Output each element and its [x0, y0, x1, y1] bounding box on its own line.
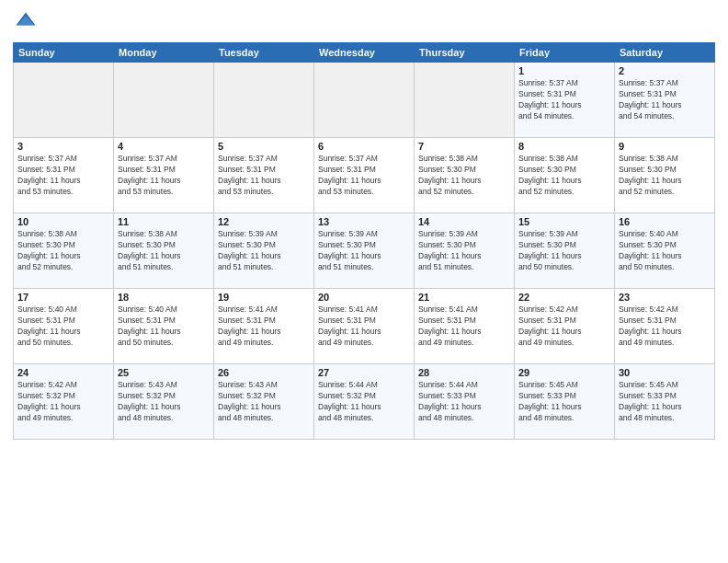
weekday-header: Tuesday — [214, 43, 314, 63]
day-info: and 48 minutes. — [518, 413, 610, 424]
day-info: and 48 minutes. — [418, 413, 510, 424]
day-info: Daylight: 11 hours — [118, 402, 210, 413]
calendar-cell — [14, 63, 114, 138]
day-number: 30 — [619, 367, 711, 378]
day-number: 3 — [17, 141, 109, 152]
day-info: Sunrise: 5:45 AM — [619, 380, 711, 391]
day-number: 23 — [619, 292, 711, 303]
day-info: Daylight: 11 hours — [619, 100, 711, 111]
day-info: Sunset: 5:30 PM — [318, 240, 410, 251]
day-info: Daylight: 11 hours — [518, 176, 610, 187]
day-info: and 51 minutes. — [118, 262, 210, 273]
day-info: Sunset: 5:31 PM — [318, 165, 410, 176]
day-info: Sunset: 5:33 PM — [518, 391, 610, 402]
day-info: and 52 minutes. — [518, 187, 610, 198]
day-info: and 48 minutes. — [619, 413, 711, 424]
calendar-cell: 8Sunrise: 5:38 AMSunset: 5:30 PMDaylight… — [515, 138, 615, 213]
day-number: 11 — [118, 216, 210, 227]
day-number: 15 — [518, 216, 610, 227]
day-info: and 49 minutes. — [218, 338, 310, 349]
day-info: and 49 minutes. — [619, 338, 711, 349]
day-info: Sunrise: 5:42 AM — [518, 304, 610, 316]
day-info: Sunrise: 5:37 AM — [218, 154, 310, 165]
day-info: Sunrise: 5:38 AM — [118, 229, 210, 240]
day-info: Daylight: 11 hours — [118, 327, 210, 338]
day-number: 20 — [318, 292, 410, 303]
day-info: Sunrise: 5:38 AM — [518, 154, 610, 165]
day-number: 25 — [118, 367, 210, 378]
day-info: and 52 minutes. — [17, 262, 109, 273]
day-number: 26 — [218, 367, 310, 378]
day-number: 29 — [518, 367, 610, 378]
day-info: Sunrise: 5:38 AM — [17, 229, 109, 240]
calendar-cell: 7Sunrise: 5:38 AMSunset: 5:30 PMDaylight… — [415, 138, 515, 213]
calendar-cell: 16Sunrise: 5:40 AMSunset: 5:30 PMDayligh… — [615, 213, 715, 289]
day-info: Daylight: 11 hours — [619, 176, 711, 187]
day-info: Daylight: 11 hours — [318, 402, 410, 413]
day-info: Sunrise: 5:38 AM — [418, 154, 510, 165]
day-info: Sunrise: 5:41 AM — [218, 304, 310, 316]
day-number: 10 — [17, 216, 109, 227]
day-number: 5 — [218, 141, 310, 152]
day-info: Daylight: 11 hours — [418, 402, 510, 413]
calendar-cell: 4Sunrise: 5:37 AMSunset: 5:31 PMDaylight… — [114, 138, 214, 213]
calendar-cell: 15Sunrise: 5:39 AMSunset: 5:30 PMDayligh… — [515, 213, 615, 289]
day-info: Sunrise: 5:37 AM — [518, 78, 610, 89]
day-info: and 50 minutes. — [118, 338, 210, 349]
day-info: Sunset: 5:30 PM — [418, 165, 510, 176]
day-info: Daylight: 11 hours — [518, 327, 610, 338]
day-info: Sunrise: 5:37 AM — [118, 154, 210, 165]
day-info: Sunset: 5:30 PM — [518, 240, 610, 251]
day-info: and 49 minutes. — [518, 338, 610, 349]
day-info: and 51 minutes. — [318, 262, 410, 273]
day-info: and 48 minutes. — [118, 413, 210, 424]
day-info: Daylight: 11 hours — [418, 176, 510, 187]
day-number: 12 — [218, 216, 310, 227]
day-info: and 53 minutes. — [218, 187, 310, 198]
day-info: Daylight: 11 hours — [318, 251, 410, 262]
day-number: 28 — [418, 367, 510, 378]
calendar-cell: 18Sunrise: 5:40 AMSunset: 5:31 PMDayligh… — [114, 289, 214, 364]
day-number: 9 — [619, 141, 711, 152]
day-info: and 53 minutes. — [318, 187, 410, 198]
day-info: Daylight: 11 hours — [17, 251, 109, 262]
day-info: and 54 minutes. — [518, 111, 610, 122]
calendar-cell: 19Sunrise: 5:41 AMSunset: 5:31 PMDayligh… — [214, 289, 314, 364]
weekday-header: Saturday — [615, 43, 715, 63]
day-info: Sunset: 5:31 PM — [118, 165, 210, 176]
day-number: 18 — [118, 292, 210, 303]
day-number: 16 — [619, 216, 711, 227]
calendar-cell: 12Sunrise: 5:39 AMSunset: 5:30 PMDayligh… — [214, 213, 314, 289]
calendar-cell — [114, 63, 214, 138]
day-info: and 50 minutes. — [518, 262, 610, 273]
logo-icon — [13, 9, 39, 35]
calendar-cell: 23Sunrise: 5:42 AMSunset: 5:31 PMDayligh… — [615, 289, 715, 364]
day-info: Sunset: 5:33 PM — [619, 391, 711, 402]
weekday-header: Thursday — [415, 43, 515, 63]
weekday-header: Sunday — [14, 43, 114, 63]
day-info: Sunrise: 5:40 AM — [17, 304, 109, 316]
calendar-cell: 10Sunrise: 5:38 AMSunset: 5:30 PMDayligh… — [14, 213, 114, 289]
day-info: Sunset: 5:31 PM — [619, 316, 711, 327]
day-info: Daylight: 11 hours — [218, 251, 310, 262]
day-info: and 51 minutes. — [218, 262, 310, 273]
day-info: Sunrise: 5:40 AM — [619, 229, 711, 240]
day-info: Daylight: 11 hours — [17, 402, 109, 413]
calendar-cell: 2Sunrise: 5:37 AMSunset: 5:31 PMDaylight… — [615, 63, 715, 138]
page: SundayMondayTuesdayWednesdayThursdayFrid… — [0, 0, 728, 449]
day-info: Sunrise: 5:40 AM — [118, 304, 210, 316]
day-number: 4 — [118, 141, 210, 152]
day-info: Sunset: 5:31 PM — [17, 316, 109, 327]
day-info: Sunset: 5:30 PM — [619, 165, 711, 176]
day-number: 8 — [518, 141, 610, 152]
weekday-header: Friday — [515, 43, 615, 63]
day-info: and 51 minutes. — [418, 262, 510, 273]
day-info: Sunrise: 5:43 AM — [218, 380, 310, 391]
day-info: Daylight: 11 hours — [17, 327, 109, 338]
day-info: Sunrise: 5:43 AM — [118, 380, 210, 391]
day-number: 19 — [218, 292, 310, 303]
day-info: and 52 minutes. — [619, 187, 711, 198]
day-info: Sunset: 5:31 PM — [619, 89, 711, 100]
day-info: and 49 minutes. — [318, 338, 410, 349]
day-info: Sunset: 5:31 PM — [218, 316, 310, 327]
